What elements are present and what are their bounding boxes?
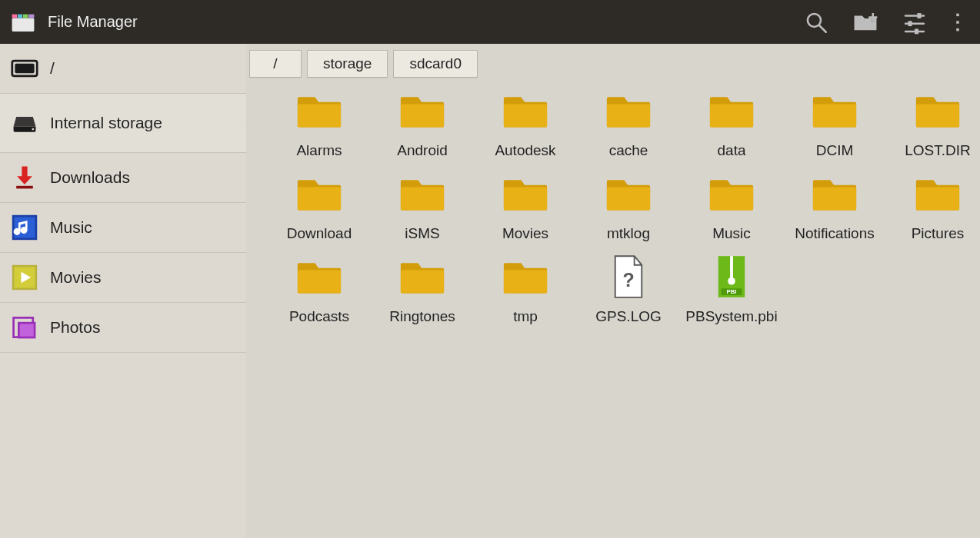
folder-item[interactable]: Podcasts	[268, 251, 371, 334]
folder-item[interactable]: LOST.DIR	[886, 85, 980, 168]
sidebar-item-movies[interactable]: Movies	[0, 253, 246, 303]
folder-icon	[605, 171, 652, 216]
file-name: Movies	[502, 225, 548, 242]
file-item[interactable]: GPS.LOG	[577, 251, 680, 334]
folder-item[interactable]: Autodesk	[474, 85, 577, 168]
folder-item[interactable]: mtklog	[577, 168, 680, 251]
overflow-dots-icon	[951, 12, 965, 33]
file-grid: AlarmsAndroidAutodeskcachedataDCIMLOST.D…	[246, 79, 980, 334]
sidebar-item-label: Photos	[50, 317, 100, 337]
folder-icon	[708, 88, 755, 133]
file-item[interactable]: PBSystem.pbi	[680, 251, 783, 334]
settings-sliders-button[interactable]	[902, 9, 928, 35]
file-name: tmp	[513, 308, 538, 325]
file-name: data	[718, 142, 746, 159]
folder-item[interactable]: data	[680, 85, 783, 168]
file-name: Pictures	[912, 225, 965, 242]
folder-item[interactable]: Music	[680, 168, 783, 251]
folder-icon	[915, 171, 961, 216]
movie-icon	[11, 264, 38, 291]
folder-item[interactable]: Alarms	[268, 85, 371, 168]
file-name: iSMS	[405, 225, 439, 242]
folder-icon	[399, 171, 445, 216]
file-name: PBSystem.pbi	[685, 308, 777, 325]
file-name: Ringtones	[389, 308, 455, 325]
overflow-menu-button[interactable]	[951, 12, 965, 33]
file-name: LOST.DIR	[905, 142, 971, 159]
archive-icon	[708, 254, 755, 299]
app-title: File Manager	[48, 13, 138, 31]
action-buttons	[803, 9, 969, 35]
sidebar-item-label: Music	[50, 218, 92, 237]
file-name: Android	[397, 142, 448, 159]
folder-icon	[502, 254, 548, 299]
file-name: Notifications	[795, 225, 875, 242]
breadcrumb-segment[interactable]: storage	[307, 50, 388, 78]
sidebar-item-music[interactable]: Music	[0, 203, 246, 253]
file-name: Autodesk	[495, 142, 555, 159]
sidebar: /Internal storageDownloadsMusicMoviesPho…	[0, 44, 246, 538]
file-name: mtklog	[607, 225, 650, 242]
folder-icon	[605, 88, 652, 133]
folder-item[interactable]: Movies	[474, 168, 577, 251]
file-name: Podcasts	[289, 308, 349, 325]
search-icon	[803, 9, 829, 35]
content-area: /storagesdcard0 AlarmsAndroidAutodeskcac…	[246, 44, 980, 538]
folder-icon	[812, 171, 858, 216]
folder-item[interactable]: iSMS	[371, 168, 474, 251]
file-name: cache	[609, 142, 648, 159]
breadcrumb-segment[interactable]: /	[249, 50, 302, 78]
file-name: GPS.LOG	[595, 308, 662, 325]
folder-item[interactable]: Notifications	[783, 168, 886, 251]
folder-icon	[399, 88, 445, 133]
photos-icon	[11, 314, 38, 341]
sidebar-item-label: Internal storage	[50, 113, 162, 132]
new-folder-button[interactable]	[852, 9, 878, 35]
download-icon	[11, 164, 38, 191]
unknown-icon	[605, 254, 652, 299]
folder-item[interactable]: DCIM	[783, 85, 886, 168]
sliders-icon	[902, 9, 928, 35]
folder-icon	[502, 88, 548, 133]
sidebar-item-label: /	[50, 58, 55, 78]
folder-item[interactable]: Download	[268, 168, 371, 251]
breadcrumb-segment[interactable]: sdcard0	[393, 50, 478, 78]
sidebar-item-root[interactable]: /	[0, 44, 246, 94]
search-button[interactable]	[803, 9, 829, 35]
folder-item[interactable]: tmp	[474, 251, 577, 334]
folder-item[interactable]: Ringtones	[371, 251, 474, 334]
file-name: Alarms	[296, 142, 342, 159]
folder-item[interactable]: Pictures	[886, 168, 980, 251]
file-name: Download	[287, 225, 352, 242]
folder-icon	[296, 171, 342, 216]
breadcrumbs: /storagesdcard0	[246, 45, 980, 79]
folder-item[interactable]: Android	[371, 85, 474, 168]
action-bar: File Manager	[0, 0, 980, 44]
folder-item[interactable]: cache	[577, 85, 680, 168]
sidebar-item-label: Movies	[50, 267, 102, 287]
sidebar-item-label: Downloads	[50, 168, 130, 187]
new-folder-icon	[852, 9, 878, 35]
folder-icon	[399, 254, 445, 299]
sidebar-item-photos[interactable]: Photos	[0, 303, 246, 353]
file-name: Music	[712, 225, 751, 242]
drive-icon	[11, 109, 38, 137]
music-icon	[11, 214, 38, 241]
folder-icon	[296, 254, 342, 299]
folder-icon	[296, 88, 342, 133]
folder-icon	[502, 171, 548, 216]
app-icon	[11, 12, 35, 33]
sidebar-item-internal[interactable]: Internal storage	[0, 94, 246, 153]
sidebar-item-downloads[interactable]: Downloads	[0, 153, 246, 203]
sd-outline-icon	[11, 55, 38, 82]
file-name: DCIM	[816, 142, 854, 159]
folder-icon	[915, 88, 961, 133]
folder-icon	[812, 88, 858, 133]
folder-icon	[708, 171, 755, 216]
